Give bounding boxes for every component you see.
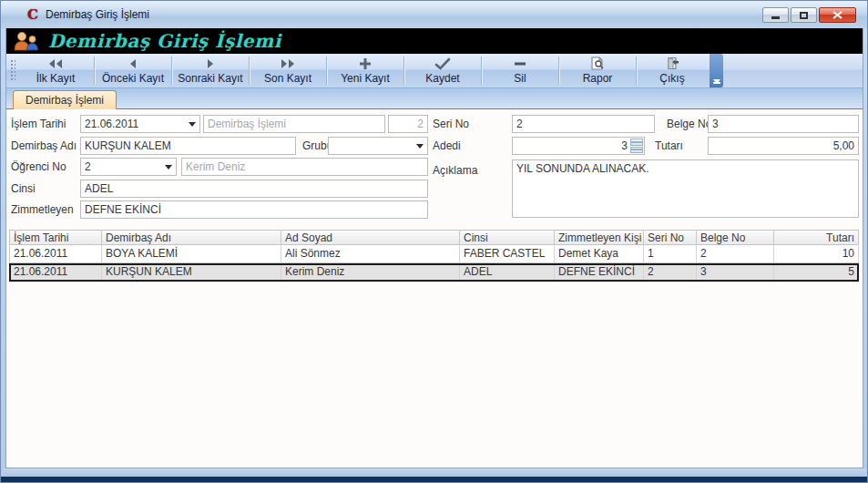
last-record-button[interactable]: Son Kayıt [250,54,326,87]
new-record-icon [359,57,372,70]
cell-islem-tarihi[interactable]: 21.06.2011 [9,263,102,282]
delete-button[interactable]: Sil [482,54,558,87]
tutari-input[interactable] [709,138,858,154]
column-header[interactable]: Tutarı [774,230,859,245]
cinsi-box[interactable] [80,180,428,198]
client-area: Demirbaş Giriş İşlemi İlk Kayıt Önceki K… [5,28,863,468]
cinsi-label: Cinsi [11,180,36,198]
seri-no-box[interactable] [512,115,655,133]
aciklama-textarea[interactable]: YIL SONUNDA ALINACAK. [512,159,859,218]
column-header[interactable]: Belge No [697,230,774,245]
cell-cinsi[interactable]: FABER CASTEL [460,245,555,263]
report-button[interactable]: Rapor [559,54,636,87]
column-header[interactable]: Cinsi [460,230,555,245]
cell-tutari[interactable]: 10 [774,245,859,263]
grubu-input[interactable] [329,138,413,154]
zimmetleyen-box[interactable] [80,200,428,219]
toolbar-filler [723,54,863,87]
ogrenci-no-combo[interactable] [80,158,177,176]
demirbas-adi-input[interactable] [81,138,295,154]
first-record-button[interactable]: İlk Kayıt [17,54,94,87]
previous-record-button[interactable]: Önceki Kayıt [95,54,171,87]
cell-islem-tarihi[interactable]: 21.06.2011 [9,245,102,263]
zimmetleyen-input[interactable] [81,201,427,218]
toolbar-button-label: Yeni Kayıt [341,72,390,85]
record-no-input [389,116,427,132]
delete-icon [514,57,526,70]
column-header[interactable]: Ad Soyad [281,230,460,245]
chevron-down-icon[interactable] [413,144,427,149]
spin-up-button[interactable] [630,139,643,146]
seri-no-label: Seri No [433,115,469,133]
toolbar-button-label: Rapor [583,72,613,85]
cell-belge-no[interactable]: 2 [697,245,774,263]
adedi-label: Adedi [433,137,461,155]
column-header[interactable]: Seri No [644,230,697,245]
toolbar-button-label: Önceki Kayıt [102,72,164,85]
ogrenci-adi-input[interactable] [182,159,427,175]
table-row[interactable]: 21.06.2011 BOYA KALEMİ Ali Sönmez FABER … [9,245,859,263]
overflow-icon [713,82,720,84]
chevron-down-icon[interactable] [185,122,199,127]
cell-zimmetleyen-kisi[interactable]: Demet Kaya [555,245,644,263]
header-banner: Demirbaş Giriş İşlemi [6,28,863,54]
column-header[interactable]: Zimmetleyen Kişi [555,230,644,245]
cell-belge-no[interactable]: 3 [697,263,774,282]
spin-down-button[interactable] [630,147,643,154]
cell-demirbas-adi[interactable]: BOYA KALEMİ [102,245,281,263]
grubu-combo[interactable] [328,137,428,155]
chevron-up-icon [631,141,642,143]
column-header[interactable]: Demirbaş Adı [102,230,281,245]
belge-no-input[interactable] [709,116,858,132]
cell-seri-no[interactable]: 1 [644,245,697,263]
minimize-button[interactable] [762,7,789,23]
report-icon [590,57,605,70]
islem-tarihi-input[interactable] [81,116,185,132]
records-grid: İşlem Tarihi Demirbaş Adı Ad Soyad Cinsi… [9,230,859,282]
cell-tutari[interactable]: 5 [774,263,859,282]
save-button[interactable]: Kaydet [404,54,481,87]
islem-tarihi-label: İşlem Tarihi [11,115,66,133]
toolbar-overflow-button[interactable] [710,54,723,87]
next-record-icon [201,57,220,70]
chevron-down-icon[interactable] [161,165,176,170]
zimmetleyen-label: Zimmetleyen [11,200,74,219]
islem-adi-box[interactable] [203,115,385,133]
tab-demirbas-islemi[interactable]: Demirbaş İşlemi [13,90,117,109]
table-row-selected[interactable]: 21.06.2011 KURŞUN KALEM Kerim Deniz ADEL… [9,263,859,282]
cell-ad-soyad[interactable]: Kerim Deniz [281,263,460,282]
grid-header-row: İşlem Tarihi Demirbaş Adı Ad Soyad Cinsi… [9,230,859,245]
cell-zimmetleyen-kisi[interactable]: DEFNE EKİNCİ [555,263,644,282]
users-icon [13,30,40,52]
toolbar-button-label: Kaydet [425,72,459,85]
column-header[interactable]: İşlem Tarihi [9,230,102,245]
app-logo-icon: C [26,7,40,22]
next-record-button[interactable]: Sonraki Kayıt [172,54,249,87]
close-button[interactable] [819,7,856,23]
close-icon [832,11,842,19]
cinsi-input[interactable] [81,180,427,197]
exit-button[interactable]: Çıkış [637,54,708,87]
cell-demirbas-adi[interactable]: KURŞUN KALEM [102,263,281,282]
adedi-input[interactable] [513,138,644,154]
adedi-spinner[interactable] [512,137,645,155]
new-record-button[interactable]: Yeni Kayıt [327,54,403,87]
app-window: C Demirbaş Giriş İşlemi Demirbaş Giriş İ… [0,0,868,483]
maximize-button[interactable] [791,7,817,23]
ogrenci-adi-box[interactable] [181,158,428,176]
cell-ad-soyad[interactable]: Ali Sönmez [281,245,460,263]
tutari-box[interactable] [708,137,859,155]
belge-no-box[interactable] [708,115,859,133]
page-title: Demirbaş Giriş İşlemi [48,29,281,53]
aciklama-label: Açıklama [433,161,477,180]
demirbas-adi-box[interactable] [80,137,296,155]
toolbar-grip[interactable] [10,59,15,82]
toolbar-button-label: İlk Kayıt [36,72,76,85]
seri-no-input[interactable] [513,116,654,132]
islem-adi-input[interactable] [204,116,384,132]
cell-cinsi[interactable]: ADEL [460,263,555,282]
islem-tarihi-combo[interactable] [80,115,200,133]
ogrenci-no-input[interactable] [81,159,161,175]
last-record-icon [279,57,297,70]
cell-seri-no[interactable]: 2 [644,263,697,282]
